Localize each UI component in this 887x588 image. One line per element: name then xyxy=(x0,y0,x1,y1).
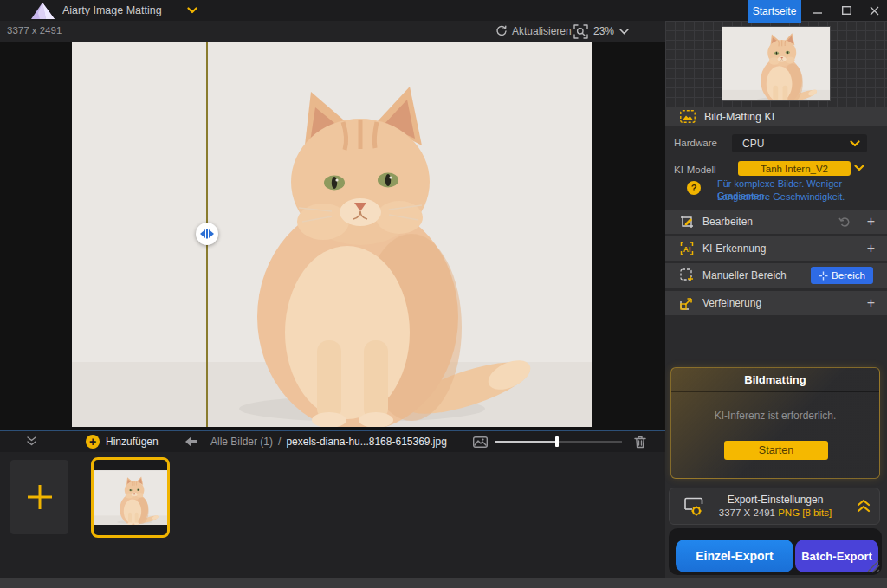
einzel-export-button[interactable]: Einzel-Export xyxy=(676,540,793,572)
bildmatting-title: Bildmatting xyxy=(671,368,879,392)
zoom-chevron-icon[interactable] xyxy=(619,29,629,35)
hardware-value: CPU xyxy=(742,138,764,150)
collapse-up-icon[interactable] xyxy=(857,499,871,514)
compare-arrows-icon xyxy=(200,229,214,239)
thumbnail-size-icon xyxy=(473,436,488,448)
crosshair-icon xyxy=(819,271,828,281)
toolbar-separator xyxy=(165,436,165,448)
cat-photo xyxy=(72,42,592,427)
refresh-label: Aktualisieren xyxy=(512,25,572,37)
section-verfeinerung[interactable]: Verfeinerung + xyxy=(665,291,887,315)
section-label: Bearbeiten xyxy=(702,216,753,228)
svg-text:AI: AI xyxy=(683,245,691,254)
refine-icon xyxy=(680,296,694,310)
bildmatting-panel: Bildmatting KI-Inferenz ist erforderlich… xyxy=(670,367,880,479)
bereich-button[interactable]: Bereich xyxy=(811,267,873,284)
section-manueller-bereich[interactable]: Manueller Bereich Bereich xyxy=(665,263,887,288)
hardware-label: Hardware xyxy=(674,138,717,148)
hardware-chevron-icon xyxy=(850,140,860,147)
manual-region-icon xyxy=(680,268,694,282)
close-button[interactable] xyxy=(861,0,887,21)
thumbnail-strip xyxy=(0,452,665,578)
help-icon[interactable]: ? xyxy=(687,181,701,195)
maximize-button[interactable] xyxy=(833,0,859,21)
breadcrumb-all-images[interactable]: Alle Bilder (1) xyxy=(210,436,273,448)
zoom-control[interactable]: 23% xyxy=(573,21,629,42)
ai-matting-header: Bild-Matting KI xyxy=(665,107,887,126)
app-menu-chevron-icon[interactable] xyxy=(187,7,197,14)
matting-ai-icon xyxy=(680,110,696,123)
export-format: PNG xyxy=(778,507,800,518)
title-bar: Aiarty Image Matting Startseite xyxy=(0,0,887,21)
model-label: KI-Modell xyxy=(674,165,716,175)
thumbnail-size-slider[interactable] xyxy=(495,441,622,443)
model-value: Tanh Intern_V2 xyxy=(761,164,828,174)
section-bearbeiten[interactable]: Bearbeiten + xyxy=(665,210,887,234)
export-bit-depth: [8 bits] xyxy=(802,507,832,518)
model-value-button[interactable]: Tanh Intern_V2 xyxy=(738,161,851,176)
hardware-dropdown[interactable]: CPU xyxy=(732,134,867,152)
refresh-button[interactable]: Aktualisieren xyxy=(495,21,572,42)
plus-circle-icon: + xyxy=(86,435,100,449)
app-logo-icon xyxy=(31,3,55,19)
section-label: KI-Erkennung xyxy=(702,242,766,255)
filmstrip-toolbar: + Hinzufügen Alle Bilder (1) / pexels-di… xyxy=(0,430,665,452)
resize-grip-icon xyxy=(864,559,880,573)
section-ki-erkennung[interactable]: AI KI-Erkennung + xyxy=(665,236,887,261)
bottom-status-bar xyxy=(0,578,887,588)
ai-detect-icon: AI xyxy=(680,242,694,255)
zoom-tool-icon xyxy=(573,24,588,39)
export-settings-card[interactable]: Export-Einstellungen 3377 X 2491 PNG [8 … xyxy=(669,488,880,525)
slider-fill xyxy=(495,441,557,443)
export-buttons-bar: Einzel-Export Batch-Export xyxy=(669,528,882,575)
collapse-panel-icon[interactable] xyxy=(26,436,37,447)
model-hint-line2: Langsamere Geschwindigkeit. xyxy=(717,191,845,203)
expand-plus-icon[interactable]: + xyxy=(867,242,875,255)
bereich-label: Bereich xyxy=(832,270,865,281)
startseite-button[interactable]: Startseite xyxy=(748,0,801,23)
add-image-button[interactable]: + Hinzufügen xyxy=(86,431,159,452)
model-chevron-icon[interactable] xyxy=(854,165,864,171)
plus-icon xyxy=(24,481,55,513)
cat-preview-image xyxy=(722,27,830,100)
export-settings-summary: 3377 X 2491 PNG [8 bits] xyxy=(670,507,881,518)
compare-divider-handle[interactable] xyxy=(196,223,218,245)
section-label: Verfeinerung xyxy=(702,297,761,309)
refresh-icon xyxy=(495,25,508,37)
app-window: Aiarty Image Matting Startseite 3377 x 2… xyxy=(0,0,887,588)
settings-panel: Bild-Matting KI Hardware CPU KI-Modell T… xyxy=(665,21,887,578)
current-filename: pexels-diana-hu...8168-615369.jpg xyxy=(286,436,446,448)
preview-grid-background xyxy=(665,21,887,107)
canvas-toolbar: 3377 x 2491 Aktualisieren 23% xyxy=(0,21,665,42)
expand-plus-icon[interactable]: + xyxy=(867,215,875,229)
slider-handle[interactable] xyxy=(555,436,559,447)
delete-image-icon[interactable] xyxy=(634,436,646,449)
edit-icon xyxy=(680,215,694,229)
starten-button[interactable]: Starten xyxy=(724,441,828,460)
expand-plus-icon[interactable]: + xyxy=(867,296,875,310)
canvas-viewport[interactable] xyxy=(0,42,665,430)
image-dimensions-label: 3377 x 2491 xyxy=(7,25,62,36)
section-label: Manueller Bereich xyxy=(702,269,787,281)
export-dimensions: 3377 X 2491 xyxy=(719,507,775,518)
main-image[interactable] xyxy=(72,42,592,427)
minimize-button[interactable] xyxy=(804,0,830,21)
add-image-label: Hinzufügen xyxy=(106,436,159,448)
zoom-level-value: 23% xyxy=(593,25,614,37)
preview-thumbnail[interactable] xyxy=(722,27,830,100)
image-thumbnail-selected[interactable] xyxy=(91,457,170,538)
add-image-tile[interactable] xyxy=(10,460,68,534)
inference-status-text: KI-Inferenz ist erforderlich. xyxy=(671,410,879,422)
ai-matting-title: Bild-Matting KI xyxy=(704,111,774,123)
export-settings-title: Export-Einstellungen xyxy=(670,494,881,506)
breadcrumb-separator: / xyxy=(278,436,281,448)
back-arrow-icon[interactable] xyxy=(185,436,197,447)
undo-icon[interactable] xyxy=(838,216,851,227)
app-title: Aiarty Image Matting xyxy=(62,4,162,16)
cat-thumbnail-image xyxy=(94,470,167,525)
